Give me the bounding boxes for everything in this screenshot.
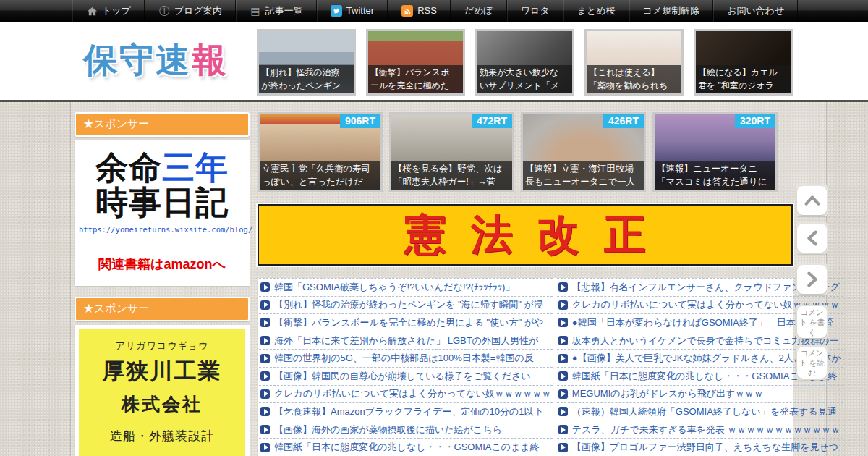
thumb-caption: 【別れ】怪我の治療が終わったペンギン — [259, 65, 354, 93]
nav-item-warota[interactable]: ワロタ — [507, 0, 563, 22]
article-title: テスラ、ガチで未来すぎる車を発表 ｗｗｗｗｗｗｗｗｗｗｗｗ — [572, 423, 841, 436]
featured-thumb-2[interactable]: 472RT 【桜を見る会】野党、次は「昭恵夫人枠ガー!」→菅 — [389, 112, 514, 192]
article-title: 【乞食速報】Amazonブラックフライデー、定価の10分の1以下 — [274, 405, 542, 418]
prev-button[interactable] — [797, 224, 827, 253]
comment-write-label: コメント を書く — [797, 307, 827, 338]
article-title: 【画像】プロゴルファー渋野日向子、えちえちな生脚を見せつ — [572, 441, 838, 454]
main-content: 906RT 立憲民主党「久兵衛の寿司っぽい、と言っただけだ 472RT 【桜を見… — [258, 112, 793, 456]
play-icon — [260, 371, 270, 381]
site-header: 保守速報 【別れ】怪我の治療が終わったペンギン 【衝撃】バランスボールを完全に極… — [0, 22, 868, 102]
chevron-right-icon — [804, 270, 820, 289]
play-icon — [260, 443, 270, 452]
prev-cell — [796, 222, 828, 254]
thumb-caption: 【衝撃】バランスボールを完全に極めた — [368, 65, 463, 93]
header-thumb-supplement[interactable]: 効果が大きい数少ないサプリメント「メ — [475, 29, 574, 96]
article-link[interactable]: テスラ、ガチで未来すぎる車を発表 ｗｗｗｗｗｗｗｗｗｗｗｗ — [557, 421, 843, 439]
article-title: 海外「日本に来て差別から解放された」 LGBTの外国人男性が — [274, 334, 538, 347]
nav-label: まとめ桜 — [577, 0, 616, 22]
nav-item-damepo[interactable]: だめぽ — [451, 0, 507, 22]
sponsor-header-1: ★スポンサー — [75, 112, 250, 137]
thumb-caption: 【桜を見る会】野党、次は「昭恵夫人枠ガー!」→菅 — [391, 161, 512, 190]
featured-thumbnails: 906RT 立憲民主党「久兵衛の寿司っぽい、と言っただけだ 472RT 【桜を見… — [258, 112, 793, 192]
article-list-icon: ▤ — [250, 5, 261, 17]
article-link[interactable]: 海外「日本に来て差別から解放された」 LGBTの外国人男性が — [259, 332, 553, 350]
ad-amazon-link[interactable]: 関連書籍はamazonへ — [79, 256, 245, 273]
play-icon — [558, 407, 568, 416]
article-link[interactable]: 韓国紙「日本に態度変化の兆しなし・・・GSOMIAこのまま終 — [259, 439, 553, 456]
play-icon — [558, 425, 568, 434]
sponsor-ad-asagawa[interactable]: アサガワコウギョウ 厚狭川工業 株式会社 造船・外艤装設計 海の上で戦え — [75, 325, 250, 456]
thumb-caption: 効果が大きい数少ないサプリメント「メ — [477, 65, 572, 93]
chevron-left-icon — [804, 229, 820, 248]
ad-body: アサガワコウギョウ 厚狭川工業 株式会社 造船・外艤装設計 海の上で戦え — [79, 329, 245, 456]
article-link[interactable]: 【別れ】怪我の治療が終わったペンギンを "海に帰す瞬間" が浸 — [259, 297, 553, 315]
article-link[interactable]: クレカのリボ払いについて実はよく分かってない奴ｗｗｗｗｗｗ — [259, 386, 553, 404]
thumb-caption: 【速報】ニューオータニ「マスコミは答えた通りに — [655, 161, 775, 190]
article-link[interactable]: 【画像】海外の画家が薬物摂取後に描いた絵がこちら — [259, 421, 553, 439]
article-title: 【別れ】怪我の治療が終わったペンギンを "海に帰す瞬間" が浸 — [274, 298, 543, 311]
nav-item-comment-unblock[interactable]: コメ規制解除 — [629, 0, 714, 22]
nav-item-matome-sakura[interactable]: まとめ桜 — [563, 0, 629, 22]
nav-item-blog-guide[interactable]: ⓘ ブログ案内 — [145, 0, 236, 22]
header-thumb-frog-diorama[interactable]: 【絵になる】カエル君を "和室のジオラ — [694, 29, 793, 96]
header-thumbnails: 【別れ】怪我の治療が終わったペンギン 【衝撃】バランスボールを完全に極めた 効果… — [257, 29, 793, 96]
header-thumb-balance-ball[interactable]: 【衝撃】バランスボールを完全に極めた — [366, 29, 465, 96]
article-title: 韓国「GSOMIA破棄しちゃうぞ!?いいんだな!?(ﾁﾗｯﾁﾗｯ)」 — [274, 281, 514, 294]
nav-item-rss[interactable]: RSS — [388, 0, 451, 22]
scroll-up-cell — [796, 185, 828, 216]
ad-url: https://yomeireturns.wixsite.com/blog/ — [79, 225, 245, 234]
scroll-up-button[interactable] — [797, 186, 827, 215]
article-link[interactable]: 【画像】プロゴルファー渋野日向子、えちえちな生脚を見せつ — [557, 439, 843, 456]
play-icon — [260, 282, 270, 292]
article-title: 韓国紙「日本に態度変化の兆しなし・・・GSOMIAこのまま終 — [274, 441, 540, 454]
play-icon — [558, 443, 568, 452]
nav-spacer — [0, 0, 72, 22]
header-thumb-useful[interactable]: 【これは使える】「薬物を勧められち — [584, 29, 684, 96]
nav-item-twitter[interactable]: Twitter — [317, 0, 388, 22]
comment-write-cell: コメント を書く — [796, 305, 828, 339]
retweet-badge: 320RT — [735, 114, 775, 128]
site-logo[interactable]: 保守速報 — [83, 38, 228, 83]
article-link[interactable]: 【衝撃】バランスボールを完全に極めた男による "使い方" がや — [259, 314, 553, 332]
retweet-badge: 472RT — [472, 114, 512, 128]
nav-item-article-list[interactable]: ▤ 記事一覧 — [236, 0, 317, 22]
play-icon — [558, 389, 568, 399]
nav-label: 記事一覧 — [265, 0, 303, 22]
ad-description: 造船・外艤装設計 — [79, 428, 245, 444]
play-icon — [558, 354, 568, 363]
nav-label: トップ — [102, 0, 131, 22]
article-title: ●韓国「日本が変わらなければGSOMIA終了」 日本「輸出管 — [572, 316, 833, 329]
article-title: （速報）韓国大統領府「GSOMIA終了しない」を発表する見通 — [572, 405, 837, 418]
header-thumb-penguin[interactable]: 【別れ】怪我の治療が終わったペンギン — [257, 29, 356, 96]
nav-label: ブログ案内 — [174, 0, 222, 22]
play-icon — [260, 389, 270, 399]
thumb-caption: 【これは使える】「薬物を勧められち — [587, 65, 681, 93]
play-icon — [260, 336, 270, 345]
article-column-left: 韓国「GSOMIA破棄しちゃうぞ!?いいんだな!?(ﾁﾗｯﾁﾗｯ)」 【別れ】怪… — [259, 278, 553, 456]
article-link[interactable]: 韓国「GSOMIA破棄しちゃうぞ!?いいんだな!?(ﾁﾗｯﾁﾗｯ)」 — [259, 279, 553, 297]
nav-item-top[interactable]: トップ — [72, 0, 145, 22]
rss-icon — [401, 5, 413, 17]
article-link[interactable]: 【画像】韓国民の自尊心が崩壊している様子をご覧ください — [259, 368, 553, 386]
logo-text-main: 保守速 — [83, 41, 192, 79]
sponsor-header-2: ★スポンサー — [75, 297, 250, 321]
play-icon — [260, 300, 270, 310]
featured-thumb-3[interactable]: 426RT 【速報】立憲・海江田牧場長もニューオータニで一人 — [521, 112, 646, 192]
play-icon — [260, 354, 270, 363]
article-link[interactable]: （速報）韓国大統領府「GSOMIA終了しない」を発表する見通 — [557, 403, 843, 421]
nav-label: コメ規制解除 — [643, 0, 700, 22]
next-button[interactable] — [797, 265, 827, 294]
sponsor-ad-yomei[interactable]: 余命三年 時事日記 https://yomeireturns.wixsite.c… — [75, 140, 250, 286]
featured-thumb-1[interactable]: 906RT 立憲民主党「久兵衛の寿司っぽい、と言っただけだ — [258, 112, 383, 192]
chevron-up-icon — [803, 193, 822, 208]
comment-read-button[interactable]: コメント を読む — [797, 347, 827, 379]
retweet-badge: 906RT — [340, 114, 380, 128]
article-link[interactable]: 韓国の世界初の5G、一部の中核部品は100%日本製=韓国の反 — [259, 350, 553, 368]
article-link[interactable]: 【乞食速報】Amazonブラックフライデー、定価の10分の1以下 — [259, 403, 553, 421]
nav-item-contact[interactable]: お問い合わせ — [713, 0, 798, 22]
article-link[interactable]: MEGUMIのお乳がドレスから飛び出すｗｗｗ — [557, 386, 843, 404]
kenpo-kaisei-banner[interactable]: 憲法改正 — [258, 204, 793, 266]
banner-text: 憲法改正 — [380, 207, 671, 263]
featured-thumb-4[interactable]: 320RT 【速報】ニューオータニ「マスコミは答えた通りに — [652, 112, 778, 192]
comment-write-button[interactable]: コメント を書く — [797, 306, 827, 338]
